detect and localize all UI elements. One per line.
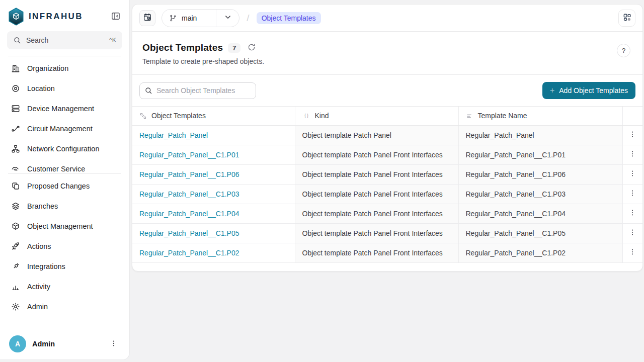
row-actions-button[interactable] <box>626 246 639 259</box>
cell-template-name: Regular_Patch_Panel__C1.P05 <box>458 223 622 243</box>
object-template-link[interactable]: Regular_Patch_Panel__C1.P01 <box>139 151 239 159</box>
cell-object-template: Regular_Patch_Panel__C1.P01 <box>132 145 295 164</box>
sidebar-item-device-management[interactable]: Device Management <box>7 99 122 119</box>
calendar-clock-icon <box>143 13 152 23</box>
cell-kind: Object template Patch Panel Front Interf… <box>295 164 458 184</box>
sidebar-search-label: Search <box>26 36 48 44</box>
cell-template-name: Regular_Patch_Panel__C1.P02 <box>458 243 622 262</box>
gear-icon <box>11 302 20 311</box>
user-row: A Admin <box>7 334 122 352</box>
table-row: Regular_Patch_Panel__C1.P03Object templa… <box>132 184 642 204</box>
sidebar-item-customer-service[interactable]: Customer Service <box>7 159 122 173</box>
chevron-down-icon <box>223 13 232 24</box>
object-template-link[interactable]: Regular_Patch_Panel__C1.P06 <box>139 170 239 178</box>
kebab-icon <box>628 248 636 257</box>
object-templates-search-input[interactable] <box>139 82 256 99</box>
grid-shapes-icon <box>622 13 632 24</box>
bar-chart-icon <box>11 282 20 291</box>
location-icon <box>11 84 20 93</box>
object-template-link[interactable]: Regular_Patch_Panel <box>139 131 208 139</box>
sidebar-item-organization[interactable]: Organization <box>7 58 122 78</box>
column-header-actions <box>622 107 642 125</box>
row-actions-button[interactable] <box>626 207 639 220</box>
kebab-icon <box>110 339 118 349</box>
cell-actions <box>622 243 642 262</box>
row-actions-button[interactable] <box>626 148 639 161</box>
table-row: Regular_Patch_Panel__C1.P05Object templa… <box>132 223 642 243</box>
branch-selector[interactable]: main <box>162 9 239 27</box>
sidebar-item-label: Proposed Changes <box>27 182 90 190</box>
sidebar-collapse-button[interactable] <box>109 10 122 23</box>
kebab-icon <box>628 228 636 238</box>
page-title: Object Templates <box>142 42 223 53</box>
count-badge: 7 <box>228 43 240 53</box>
cell-template-name: Regular_Patch_Panel__C1.P01 <box>458 145 622 164</box>
sidebar-item-location[interactable]: Location <box>7 78 122 99</box>
sidebar-item-object-management[interactable]: Object Management <box>7 216 122 236</box>
sidebar: INFRAHUB Search ^K OrganizationLocationD… <box>0 0 130 360</box>
cell-template-name: Regular_Patch_Panel <box>458 125 622 145</box>
row-actions-button[interactable] <box>626 168 639 181</box>
user-name: Admin <box>32 340 55 348</box>
kebab-icon <box>628 150 636 159</box>
object-template-link[interactable]: Regular_Patch_Panel__C1.P05 <box>139 229 239 237</box>
date-picker-button[interactable] <box>139 10 155 26</box>
rocket-icon <box>11 242 20 251</box>
breadcrumb-current[interactable]: Object Templates <box>257 12 321 24</box>
object-template-link[interactable]: Regular_Patch_Panel__C1.P02 <box>139 249 239 257</box>
sidebar-item-label: Location <box>27 84 55 93</box>
column-header-kind[interactable]: { } Kind <box>295 107 458 125</box>
table-row: Regular_Patch_Panel__C1.P01Object templa… <box>132 145 642 164</box>
copy-icon <box>11 182 20 191</box>
sidebar-item-activity[interactable]: Activity <box>7 277 122 297</box>
breadcrumb-separator: / <box>247 13 249 24</box>
branch-name: main <box>182 14 197 22</box>
table-row: Regular_Patch_Panel__C1.P04Object templa… <box>132 204 642 223</box>
branch-selector-value: main <box>162 14 216 22</box>
sidebar-item-label: Branches <box>27 202 58 210</box>
column-header-template-name[interactable]: Template Name <box>458 107 622 125</box>
row-actions-button[interactable] <box>626 188 639 201</box>
user-menu-button[interactable] <box>107 337 120 350</box>
cell-actions <box>622 184 642 204</box>
schema-apps-button[interactable] <box>618 10 635 27</box>
text-lines-icon <box>466 112 473 120</box>
sidebar-item-actions[interactable]: Actions <box>7 236 122 256</box>
cell-kind: Object template Patch Panel <box>295 125 458 145</box>
sidebar-item-integrations[interactable]: Integrations <box>7 256 122 277</box>
column-header-object-templates[interactable]: Object Templates <box>132 107 295 125</box>
sidebar-item-network-configuration[interactable]: Network Configuration <box>7 139 122 159</box>
sidebar-search[interactable]: Search ^K <box>7 31 122 49</box>
sidebar-search-shortcut: ^K <box>109 37 116 44</box>
help-button[interactable]: ? <box>617 44 630 57</box>
logo-row: INFRAHUB <box>7 7 122 26</box>
cell-kind: Object template Patch Panel Front Interf… <box>295 223 458 243</box>
sidebar-item-label: Actions <box>27 242 51 250</box>
cell-actions <box>622 125 642 145</box>
handshake-icon <box>11 164 20 173</box>
sidebar-item-proposed-changes[interactable]: Proposed Changes <box>7 176 122 196</box>
row-actions-button[interactable] <box>626 129 639 142</box>
sidebar-item-label: Activity <box>27 283 50 291</box>
object-template-link[interactable]: Regular_Patch_Panel__C1.P03 <box>139 190 239 198</box>
panel-collapse-icon <box>111 11 121 23</box>
cell-object-template: Regular_Patch_Panel__C1.P04 <box>132 204 295 223</box>
avatar: A <box>9 335 26 352</box>
sidebar-item-admin[interactable]: Admin <box>7 297 122 317</box>
sidebar-group-objects: OrganizationLocationDevice ManagementCir… <box>7 56 122 173</box>
refresh-button[interactable] <box>246 42 258 54</box>
cell-actions <box>622 223 642 243</box>
add-object-templates-button[interactable]: + Add Object Templates <box>542 82 635 99</box>
cell-object-template: Regular_Patch_Panel <box>132 125 295 145</box>
object-template-link[interactable]: Regular_Patch_Panel__C1.P04 <box>139 210 239 218</box>
table-row: Regular_Patch_PanelObject template Patch… <box>132 125 642 145</box>
cell-template-name: Regular_Patch_Panel__C1.P04 <box>458 204 622 223</box>
sidebar-item-branches[interactable]: Branches <box>7 196 122 216</box>
cell-kind: Object template Patch Panel Front Interf… <box>295 204 458 223</box>
app-root: INFRAHUB Search ^K OrganizationLocationD… <box>0 0 644 362</box>
row-actions-button[interactable] <box>626 227 639 240</box>
main-panel: main / Object Templates <box>132 4 643 272</box>
branch-dropdown-toggle[interactable] <box>216 9 239 27</box>
sidebar-item-circuit-management[interactable]: Circuit Management <box>7 119 122 139</box>
kebab-icon <box>628 130 636 140</box>
